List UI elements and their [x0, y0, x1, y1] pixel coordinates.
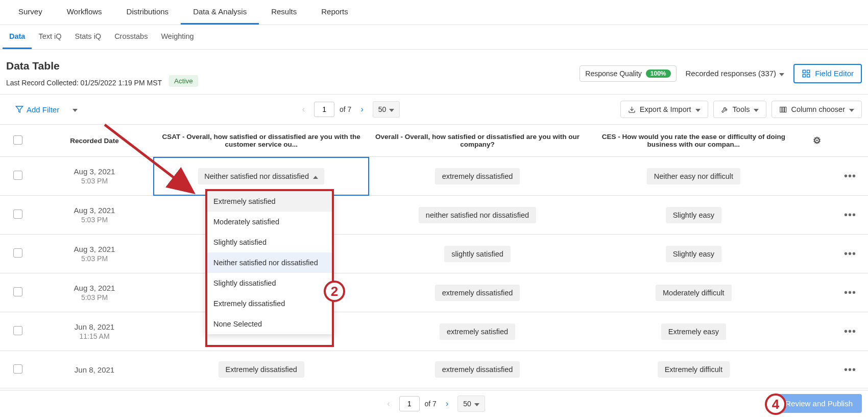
- gear-icon[interactable]: ⚙: [813, 135, 821, 146]
- overall-value[interactable]: extremely dissatisfied: [435, 168, 520, 184]
- column-header-overall[interactable]: Overall - Overall, how satisfied or diss…: [369, 125, 585, 157]
- data-table: Recorded Date CSAT - Overall, how satisf…: [0, 125, 868, 388]
- row-checkbox[interactable]: [13, 326, 22, 335]
- table-row: Aug 3, 20215:03 PMextremely dissatisfied…: [0, 273, 868, 312]
- overall-value[interactable]: extremely satisfied: [440, 323, 515, 340]
- page-title: Data Table: [6, 60, 198, 72]
- last-record-label: Last Record Collected: 01/25/2022 1:19 P…: [6, 79, 162, 87]
- row-checkbox[interactable]: [13, 171, 22, 180]
- dropdown-option[interactable]: Extremely dissatisfied: [205, 293, 334, 314]
- tab-distributions[interactable]: Distributions: [114, 0, 181, 25]
- column-chooser-label: Column chooser: [791, 105, 845, 113]
- dropdown-option[interactable]: Slightly dissatisfied: [205, 273, 334, 293]
- next-page-button[interactable]: ›: [356, 102, 367, 117]
- header-left: Data Table Last Record Collected: 01/25/…: [6, 60, 198, 87]
- dropdown-option[interactable]: Extremely satisfied: [205, 191, 334, 212]
- table-row: Aug 3, 20215:03 PMneither satisfied nor …: [0, 196, 868, 235]
- svg-rect-3: [807, 74, 810, 77]
- chevron-down-icon: [849, 105, 854, 113]
- tab-reports[interactable]: Reports: [309, 0, 360, 25]
- row-checkbox[interactable]: [13, 287, 22, 296]
- chevron-down-icon: [389, 105, 394, 113]
- subtab-stats-iq[interactable]: Stats iQ: [68, 25, 108, 49]
- column-chooser-button[interactable]: Column chooser: [771, 101, 862, 118]
- field-editor-button[interactable]: Field Editor: [793, 64, 862, 83]
- dropdown-option[interactable]: None Selected: [205, 314, 334, 334]
- row-actions-button[interactable]: •••: [844, 364, 856, 375]
- subtab-data[interactable]: Data: [3, 25, 32, 49]
- header-right: Response Quality 100% Recorded responses…: [580, 64, 862, 83]
- tab-survey[interactable]: Survey: [6, 0, 55, 25]
- field-editor-label: Field Editor: [815, 69, 854, 78]
- chevron-down-icon: [754, 105, 759, 113]
- page-input[interactable]: [314, 102, 334, 117]
- tab-data-analysis[interactable]: Data & Analysis: [181, 0, 259, 25]
- ces-value[interactable]: Moderately difficult: [656, 285, 732, 301]
- row-actions-button[interactable]: •••: [844, 209, 856, 220]
- ces-value[interactable]: Neither easy nor difficult: [647, 168, 740, 184]
- subtab-crosstabs[interactable]: Crosstabs: [108, 25, 154, 49]
- svg-marker-4: [16, 106, 22, 112]
- add-filter-button[interactable]: Add Filter: [15, 105, 59, 114]
- dropdown-option[interactable]: Moderately satisfied: [205, 212, 334, 232]
- row-date: Aug 3, 2021: [41, 206, 148, 215]
- csat-cell-dropdown[interactable]: Neither satisfied nor dissatisfied: [198, 168, 324, 184]
- column-header-ces[interactable]: CES - How would you rate the ease or dif…: [586, 125, 802, 157]
- response-quality[interactable]: Response Quality 100%: [580, 65, 676, 82]
- overall-value[interactable]: slightly satisfied: [444, 246, 511, 262]
- column-header-date[interactable]: Recorded Date: [36, 125, 153, 157]
- export-import-button[interactable]: Export & Import: [620, 101, 708, 118]
- select-all-checkbox[interactable]: [13, 135, 22, 145]
- row-actions-button[interactable]: •••: [844, 326, 856, 337]
- row-actions-button[interactable]: •••: [844, 248, 856, 259]
- top-nav: Survey Workflows Distributions Data & An…: [0, 0, 868, 25]
- chevron-up-icon: [313, 172, 318, 180]
- sub-nav: Data Text iQ Stats iQ Crosstabs Weightin…: [0, 25, 868, 50]
- tab-results[interactable]: Results: [259, 0, 309, 25]
- recorded-responses-dropdown[interactable]: Recorded responses (337): [686, 69, 785, 78]
- toolbar: Add Filter ‹ of 7 › 50 Export & Import T…: [0, 95, 868, 125]
- table-row: Aug 3, 20215:03 PMslightly satisfiedSlig…: [0, 235, 868, 273]
- tools-button[interactable]: Tools: [713, 101, 767, 118]
- dropdown-option[interactable]: Neither satisfied nor dissatisfied: [205, 252, 334, 273]
- csat-value[interactable]: Extremely dissatisfied: [219, 361, 304, 378]
- row-time: 5:03 PM: [41, 216, 148, 224]
- response-quality-badge: 100%: [646, 70, 671, 78]
- row-checkbox[interactable]: [13, 248, 22, 258]
- row-checkbox[interactable]: [13, 364, 22, 374]
- column-header-csat[interactable]: CSAT - Overall, how satisfied or dissati…: [153, 125, 369, 157]
- overall-value[interactable]: extremely dissatisfied: [435, 285, 520, 301]
- filter-chevron-icon[interactable]: [73, 105, 78, 114]
- overall-value[interactable]: neither satisfied nor dissatisfied: [419, 207, 536, 223]
- ces-value[interactable]: Slightly easy: [666, 246, 721, 262]
- page-size-dropdown[interactable]: 50: [373, 101, 400, 118]
- row-date: Aug 3, 2021: [41, 167, 148, 176]
- field-editor-icon: [802, 69, 811, 78]
- toolbar-right: Export & Import Tools Column chooser: [620, 101, 862, 118]
- row-time: 5:03 PM: [41, 254, 148, 263]
- csat-dropdown-menu: Extremely satisfiedModerately satisfiedS…: [205, 191, 334, 334]
- subtab-text-iq[interactable]: Text iQ: [32, 25, 68, 49]
- row-date: Aug 3, 2021: [41, 245, 148, 253]
- subtab-weighting[interactable]: Weighting: [154, 25, 200, 49]
- csat-value: Neither satisfied nor dissatisfied: [204, 172, 309, 180]
- toolbar-left: Add Filter: [15, 105, 78, 114]
- dropdown-option[interactable]: Slightly satisfied: [205, 232, 334, 252]
- table-row: Jun 8, 202111:15 AMextremely satisfiedEx…: [0, 312, 868, 351]
- row-time: 11:15 AM: [41, 332, 148, 340]
- row-actions-button[interactable]: •••: [844, 287, 856, 298]
- row-actions-button[interactable]: •••: [844, 170, 856, 181]
- overall-value[interactable]: extremely dissatisfied: [435, 361, 520, 378]
- tab-workflows[interactable]: Workflows: [55, 0, 114, 25]
- columns-icon: [779, 106, 787, 113]
- page-size-label: 50: [378, 105, 387, 113]
- paginator-top: ‹ of 7 › 50: [298, 101, 400, 118]
- row-checkbox[interactable]: [13, 210, 22, 219]
- ces-value[interactable]: Extremely difficult: [658, 361, 730, 378]
- svg-rect-0: [803, 70, 805, 73]
- ces-value[interactable]: Extremely easy: [661, 323, 726, 340]
- ces-value[interactable]: Slightly easy: [666, 207, 721, 223]
- table-row: Jun 8, 2021Extremely dissatisfiedextreme…: [0, 351, 868, 388]
- data-table-wrap: Recorded Date CSAT - Overall, how satisf…: [0, 125, 868, 388]
- prev-page-button[interactable]: ‹: [298, 102, 309, 117]
